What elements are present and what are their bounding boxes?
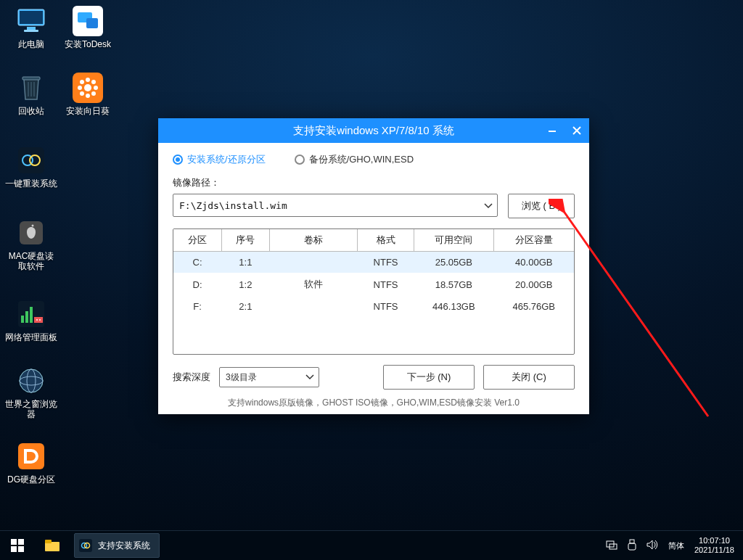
installer-window: 支持安装windows XP/7/8/10 系统 安装系统/还原分区 备份系统/…: [158, 118, 589, 414]
svg-rect-2: [27, 27, 36, 30]
col-fs: 格式: [358, 229, 414, 252]
cell: [269, 252, 357, 273]
svg-rect-41: [18, 539, 24, 545]
depth-combo[interactable]: 3级目录: [219, 367, 319, 387]
next-button[interactable]: 下一步 (N): [383, 365, 475, 390]
radio-dot-icon: [173, 155, 183, 165]
chevron-down-icon: [305, 372, 314, 382]
partition-table: 分区 序号 卷标 格式 可用空间 分区容量 C: 1:1 NTFS 25.05: [173, 228, 575, 355]
tray-volume-icon[interactable]: [646, 540, 658, 551]
footnote: 支持windows原版镜像，GHOST ISO镜像，GHO,WIM,ESD镜像安…: [173, 397, 575, 409]
browse-button[interactable]: 浏览 ( B ): [508, 194, 575, 218]
image-path-value: F:\Zjds\install.wim: [179, 200, 287, 211]
desktop-icon-onekey[interactable]: 一键重装系统: [4, 145, 58, 189]
svg-rect-16: [30, 307, 33, 323]
desktop-icon-todesk[interactable]: 安装ToDesk: [61, 6, 115, 49]
path-row: F:\Zjds\install.wim 浏览 ( B ): [173, 194, 575, 218]
partition-icon: [16, 441, 46, 472]
folder-icon: [44, 539, 60, 552]
cell: [269, 296, 357, 317]
network-icon: [16, 299, 46, 329]
desktop-icon-label: 此电脑: [4, 39, 58, 49]
svg-point-32: [80, 80, 84, 84]
svg-rect-17: [34, 317, 43, 323]
cell: 20.00GB: [494, 273, 574, 296]
path-label: 镜像路径：: [173, 176, 575, 189]
svg-rect-46: [79, 539, 92, 552]
tray-clock[interactable]: 10:07:10 2021/11/18: [694, 536, 734, 555]
depth-value: 3级目录: [226, 371, 257, 384]
minimize-icon: [548, 126, 557, 135]
cell: 18.57GB: [414, 273, 493, 296]
taskbar-task-installer[interactable]: 支持安装系统: [74, 533, 160, 558]
desktop-icon-label: 世界之窗浏览器: [4, 399, 58, 419]
svg-point-34: [80, 91, 84, 96]
svg-point-12: [32, 225, 34, 227]
table-row[interactable]: C: 1:1 NTFS 25.05GB 40.00GB: [173, 252, 574, 273]
table-row[interactable]: D: 1:2 软件 NTFS 18.57GB 20.00GB: [173, 273, 574, 296]
taskbar: 支持安装系统 简体 10:07:10 2021/11/18: [0, 530, 743, 560]
table-row[interactable]: F: 2:1 NTFS 446.13GB 465.76GB: [173, 296, 574, 317]
svg-rect-24: [18, 443, 44, 469]
window-body: 安装系统/还原分区 备份系统/GHO,WIN,ESD 镜像路径： F:\Zjds…: [158, 143, 589, 416]
desktop-icon-label: DG硬盘分区: [4, 474, 58, 485]
col-size: 分区容量: [494, 229, 574, 252]
desktop-icon-mac[interactable]: MAC硬盘读取软件: [4, 218, 58, 271]
svg-point-35: [91, 91, 96, 96]
apple-drive-icon: [16, 218, 46, 248]
start-button[interactable]: [0, 531, 35, 560]
todesk-icon: [73, 6, 103, 36]
next-label: 下一步 (N): [407, 371, 451, 384]
desktop-icon-label: 安装向日葵: [61, 106, 115, 116]
desktop-icon-netpanel[interactable]: 网络管理面板: [4, 299, 58, 342]
cell: 软件: [269, 273, 357, 296]
cell: 465.76GB: [494, 296, 574, 317]
cell: C:: [173, 252, 221, 273]
cell: 446.13GB: [414, 296, 493, 317]
desktop-icon-label: 安装ToDesk: [61, 39, 115, 49]
desktop-icon-world[interactable]: 世界之窗浏览器: [4, 366, 58, 419]
desktop-icon-sunflower[interactable]: 安装向日葵: [61, 73, 115, 116]
svg-point-33: [91, 80, 96, 84]
radio-label: 备份系统/GHO,WIN,ESD: [309, 153, 414, 166]
image-path-combo[interactable]: F:\Zjds\install.wim: [173, 194, 498, 217]
svg-point-18: [36, 319, 38, 321]
cell: NTFS: [358, 296, 414, 317]
desktop-icon-recycle[interactable]: 回收站: [4, 73, 58, 116]
radio-dot-icon: [295, 155, 305, 165]
close-button[interactable]: [565, 118, 589, 143]
svg-rect-36: [549, 131, 556, 132]
taskbar-explorer[interactable]: [35, 531, 70, 560]
titlebar[interactable]: 支持安装windows XP/7/8/10 系统: [158, 118, 589, 143]
minimize-button[interactable]: [540, 118, 565, 143]
clock-date: 2021/11/18: [694, 545, 734, 555]
sunflower-icon: [73, 73, 103, 103]
cell: F:: [173, 296, 221, 317]
system-tray: 简体 10:07:10 2021/11/18: [597, 536, 743, 555]
radio-backup[interactable]: 备份系统/GHO,WIN,ESD: [295, 153, 414, 166]
close-button[interactable]: 关闭 (C): [483, 365, 575, 390]
windows-icon: [11, 539, 24, 552]
col-label: 卷标: [269, 229, 357, 252]
svg-rect-51: [630, 540, 634, 543]
desktop-icon-label: 回收站: [4, 106, 58, 116]
svg-rect-15: [25, 311, 28, 323]
svg-point-28: [86, 78, 90, 82]
task-title: 支持安装系统: [98, 540, 150, 552]
svg-rect-42: [11, 546, 17, 552]
tray-network-icon[interactable]: [606, 540, 617, 551]
desktop-icon-this-pc[interactable]: 此电脑: [4, 6, 58, 49]
tray-ime[interactable]: 简体: [668, 540, 684, 551]
radio-install[interactable]: 安装系统/还原分区: [173, 153, 266, 166]
mode-radios: 安装系统/还原分区 备份系统/GHO,WIN,ESD: [173, 153, 575, 166]
cell: NTFS: [358, 252, 414, 273]
desktop-icon-dg[interactable]: DG硬盘分区: [4, 441, 58, 485]
desktop-icon-label: MAC硬盘读取软件: [4, 251, 58, 271]
svg-point-30: [78, 86, 82, 90]
clock-time: 10:07:10: [694, 536, 734, 545]
svg-rect-4: [22, 77, 40, 80]
svg-point-29: [86, 94, 90, 98]
tray-usb-icon[interactable]: [628, 539, 636, 552]
desktop-icon-label: 网络管理面板: [4, 332, 58, 342]
col-free: 可用空间: [414, 229, 493, 252]
